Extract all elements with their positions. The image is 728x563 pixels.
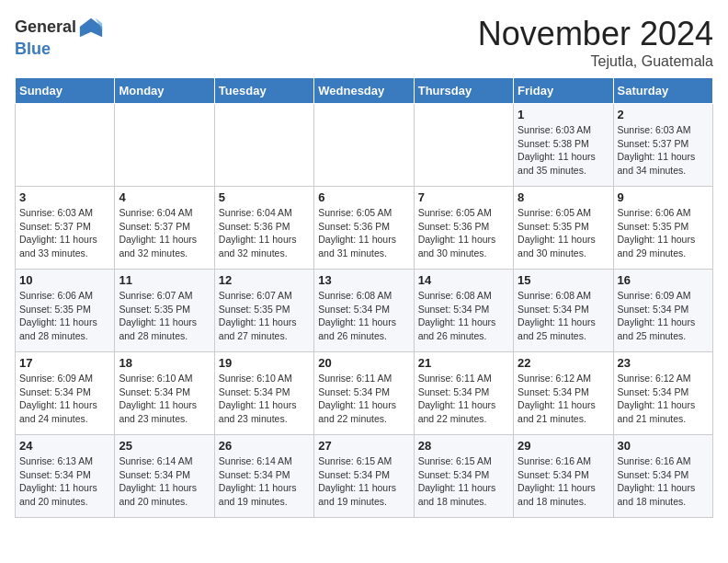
calendar-cell: 24Sunrise: 6:13 AMSunset: 5:34 PMDayligh… (16, 435, 115, 518)
day-info: Sunrise: 6:03 AMSunset: 5:38 PMDaylight:… (518, 123, 609, 178)
day-number: 18 (119, 356, 210, 370)
weekday-header-sunday: Sunday (16, 78, 115, 104)
calendar-cell (214, 104, 313, 187)
day-info: Sunrise: 6:14 AMSunset: 5:34 PMDaylight:… (219, 454, 310, 509)
day-info: Sunrise: 6:15 AMSunset: 5:34 PMDaylight:… (318, 454, 409, 509)
weekday-header-saturday: Saturday (613, 78, 712, 104)
day-number: 1 (518, 108, 609, 121)
day-info: Sunrise: 6:03 AMSunset: 5:37 PMDaylight:… (19, 206, 110, 260)
calendar-cell: 11Sunrise: 6:07 AMSunset: 5:35 PMDayligh… (115, 270, 214, 352)
day-number: 3 (19, 190, 110, 204)
day-number: 8 (518, 190, 609, 204)
day-info: Sunrise: 6:11 AMSunset: 5:34 PMDaylight:… (318, 372, 409, 426)
calendar-cell: 9Sunrise: 6:06 AMSunset: 5:35 PMDaylight… (613, 187, 712, 270)
day-number: 25 (119, 439, 210, 453)
day-number: 19 (219, 356, 310, 370)
day-number: 11 (119, 273, 210, 287)
day-info: Sunrise: 6:07 AMSunset: 5:35 PMDaylight:… (219, 289, 310, 343)
day-info: Sunrise: 6:16 AMSunset: 5:34 PMDaylight:… (518, 454, 609, 509)
day-info: Sunrise: 6:05 AMSunset: 5:35 PMDaylight:… (518, 206, 609, 260)
calendar-cell: 10Sunrise: 6:06 AMSunset: 5:35 PMDayligh… (16, 270, 115, 352)
calendar-cell: 20Sunrise: 6:11 AMSunset: 5:34 PMDayligh… (314, 352, 414, 435)
day-info: Sunrise: 6:15 AMSunset: 5:34 PMDaylight:… (418, 454, 509, 509)
calendar-cell (16, 104, 115, 187)
day-number: 27 (318, 439, 409, 453)
calendar-cell: 15Sunrise: 6:08 AMSunset: 5:34 PMDayligh… (514, 270, 613, 352)
calendar-cell: 7Sunrise: 6:05 AMSunset: 5:36 PMDaylight… (414, 187, 513, 270)
day-info: Sunrise: 6:09 AMSunset: 5:34 PMDaylight:… (19, 372, 110, 426)
calendar-week-2: 3Sunrise: 6:03 AMSunset: 5:37 PMDaylight… (16, 187, 713, 270)
day-number: 20 (318, 356, 409, 370)
calendar-cell (115, 104, 214, 187)
calendar-table: SundayMondayTuesdayWednesdayThursdayFrid… (15, 77, 713, 518)
logo-blue: Blue (15, 40, 51, 58)
day-info: Sunrise: 6:05 AMSunset: 5:36 PMDaylight:… (418, 206, 509, 260)
day-number: 2 (618, 108, 709, 121)
calendar-cell: 16Sunrise: 6:09 AMSunset: 5:34 PMDayligh… (613, 270, 712, 352)
calendar-cell: 5Sunrise: 6:04 AMSunset: 5:36 PMDaylight… (214, 187, 313, 270)
day-info: Sunrise: 6:08 AMSunset: 5:34 PMDaylight:… (418, 289, 509, 343)
day-number: 29 (518, 439, 609, 453)
location-subtitle: Tejutla, Guatemala (478, 53, 713, 70)
day-info: Sunrise: 6:14 AMSunset: 5:34 PMDaylight:… (119, 454, 210, 509)
calendar-cell: 14Sunrise: 6:08 AMSunset: 5:34 PMDayligh… (414, 270, 513, 352)
day-info: Sunrise: 6:10 AMSunset: 5:34 PMDaylight:… (219, 372, 310, 426)
calendar-week-5: 24Sunrise: 6:13 AMSunset: 5:34 PMDayligh… (16, 435, 713, 518)
weekday-header-thursday: Thursday (414, 78, 513, 104)
day-number: 10 (19, 273, 110, 287)
day-number: 26 (219, 439, 310, 453)
day-number: 22 (518, 356, 609, 370)
day-number: 14 (418, 273, 509, 287)
day-info: Sunrise: 6:13 AMSunset: 5:34 PMDaylight:… (19, 454, 110, 509)
day-info: Sunrise: 6:06 AMSunset: 5:35 PMDaylight:… (618, 206, 709, 260)
calendar-cell: 25Sunrise: 6:14 AMSunset: 5:34 PMDayligh… (115, 435, 214, 518)
day-number: 24 (19, 439, 110, 453)
day-info: Sunrise: 6:04 AMSunset: 5:37 PMDaylight:… (119, 206, 210, 260)
day-info: Sunrise: 6:03 AMSunset: 5:37 PMDaylight:… (618, 123, 709, 178)
weekday-header-tuesday: Tuesday (214, 78, 313, 104)
day-info: Sunrise: 6:10 AMSunset: 5:34 PMDaylight:… (119, 372, 210, 426)
calendar-cell: 3Sunrise: 6:03 AMSunset: 5:37 PMDaylight… (16, 187, 115, 270)
calendar-cell: 2Sunrise: 6:03 AMSunset: 5:37 PMDaylight… (613, 104, 712, 187)
calendar-cell: 6Sunrise: 6:05 AMSunset: 5:36 PMDaylight… (314, 187, 414, 270)
day-info: Sunrise: 6:07 AMSunset: 5:35 PMDaylight:… (119, 289, 210, 343)
page-header: General Blue November 2024 Tejutla, Guat… (15, 15, 713, 70)
day-info: Sunrise: 6:09 AMSunset: 5:34 PMDaylight:… (618, 289, 709, 343)
day-info: Sunrise: 6:05 AMSunset: 5:36 PMDaylight:… (318, 206, 409, 260)
calendar-cell: 18Sunrise: 6:10 AMSunset: 5:34 PMDayligh… (115, 352, 214, 435)
day-info: Sunrise: 6:12 AMSunset: 5:34 PMDaylight:… (518, 372, 609, 426)
calendar-cell: 12Sunrise: 6:07 AMSunset: 5:35 PMDayligh… (214, 270, 313, 352)
calendar-cell: 8Sunrise: 6:05 AMSunset: 5:35 PMDaylight… (514, 187, 613, 270)
day-number: 16 (618, 273, 709, 287)
calendar-cell: 29Sunrise: 6:16 AMSunset: 5:34 PMDayligh… (514, 435, 613, 518)
day-number: 13 (318, 273, 409, 287)
day-info: Sunrise: 6:06 AMSunset: 5:35 PMDaylight:… (19, 289, 110, 343)
title-block: November 2024 Tejutla, Guatemala (478, 15, 713, 70)
calendar-header-row: SundayMondayTuesdayWednesdayThursdayFrid… (16, 78, 713, 104)
calendar-cell: 22Sunrise: 6:12 AMSunset: 5:34 PMDayligh… (514, 352, 613, 435)
calendar-cell: 4Sunrise: 6:04 AMSunset: 5:37 PMDaylight… (115, 187, 214, 270)
calendar-cell: 28Sunrise: 6:15 AMSunset: 5:34 PMDayligh… (414, 435, 513, 518)
calendar-cell: 26Sunrise: 6:14 AMSunset: 5:34 PMDayligh… (214, 435, 313, 518)
day-number: 15 (518, 273, 609, 287)
day-number: 5 (219, 190, 310, 204)
calendar-cell (314, 104, 414, 187)
calendar-cell: 19Sunrise: 6:10 AMSunset: 5:34 PMDayligh… (214, 352, 313, 435)
month-title: November 2024 (478, 15, 713, 53)
day-number: 30 (618, 439, 709, 453)
weekday-header-monday: Monday (115, 78, 214, 104)
calendar-cell: 17Sunrise: 6:09 AMSunset: 5:34 PMDayligh… (16, 352, 115, 435)
calendar-cell (414, 104, 513, 187)
day-number: 17 (19, 356, 110, 370)
day-number: 28 (418, 439, 509, 453)
calendar-cell: 13Sunrise: 6:08 AMSunset: 5:34 PMDayligh… (314, 270, 414, 352)
calendar-cell: 27Sunrise: 6:15 AMSunset: 5:34 PMDayligh… (314, 435, 414, 518)
calendar-week-1: 1Sunrise: 6:03 AMSunset: 5:38 PMDaylight… (16, 104, 713, 187)
calendar-cell: 1Sunrise: 6:03 AMSunset: 5:38 PMDaylight… (514, 104, 613, 187)
calendar-cell: 21Sunrise: 6:11 AMSunset: 5:34 PMDayligh… (414, 352, 513, 435)
day-info: Sunrise: 6:16 AMSunset: 5:34 PMDaylight:… (618, 454, 709, 509)
day-number: 21 (418, 356, 509, 370)
day-info: Sunrise: 6:04 AMSunset: 5:36 PMDaylight:… (219, 206, 310, 260)
day-number: 9 (618, 190, 709, 204)
day-info: Sunrise: 6:11 AMSunset: 5:34 PMDaylight:… (418, 372, 509, 426)
